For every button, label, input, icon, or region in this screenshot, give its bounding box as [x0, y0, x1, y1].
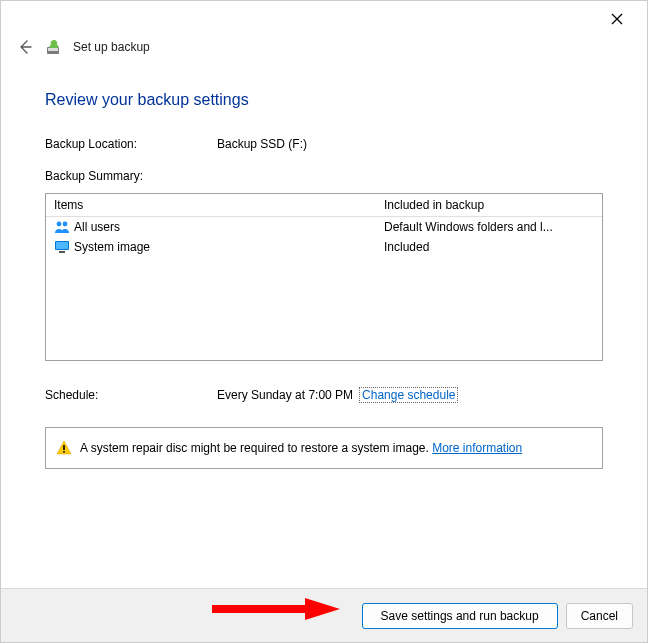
row-item-label: All users — [74, 220, 120, 234]
svg-point-5 — [63, 222, 68, 227]
row-included-value: Included — [384, 240, 594, 254]
titlebar — [1, 1, 647, 37]
column-items: Items — [54, 198, 384, 212]
page-heading: Review your backup settings — [45, 91, 603, 109]
svg-rect-7 — [56, 242, 68, 249]
schedule-value: Every Sunday at 7:00 PM — [217, 388, 353, 402]
change-schedule-link[interactable]: Change schedule — [359, 387, 458, 403]
table-header: Items Included in backup — [46, 194, 602, 217]
column-included: Included in backup — [384, 198, 594, 212]
more-information-link[interactable]: More information — [432, 441, 522, 455]
warning-icon — [56, 440, 72, 456]
monitor-icon — [54, 239, 70, 255]
svg-point-4 — [57, 222, 62, 227]
backup-wizard-icon — [45, 38, 63, 56]
svg-rect-9 — [63, 445, 65, 450]
row-included-value: Default Windows folders and l... — [384, 220, 594, 234]
cancel-button[interactable]: Cancel — [566, 603, 633, 629]
notice-box: A system repair disc might be required t… — [45, 427, 603, 469]
notice-text: A system repair disc might be required t… — [80, 441, 522, 455]
backup-location-row: Backup Location: Backup SSD (F:) — [45, 137, 603, 151]
table-row[interactable]: System image Included — [46, 237, 602, 257]
back-button[interactable] — [15, 37, 35, 57]
window-title: Set up backup — [73, 40, 150, 54]
backup-location-value: Backup SSD (F:) — [217, 137, 603, 151]
close-icon — [611, 13, 623, 25]
svg-rect-8 — [59, 251, 65, 253]
footer: Save settings and run backup Cancel — [1, 588, 647, 642]
users-icon — [54, 219, 70, 235]
summary-table: Items Included in backup All users — [45, 193, 603, 361]
setup-backup-window: Set up backup Review your backup setting… — [0, 0, 648, 643]
svg-rect-10 — [63, 451, 65, 453]
header-row: Set up backup — [1, 37, 647, 67]
save-and-run-button[interactable]: Save settings and run backup — [362, 603, 558, 629]
table-row[interactable]: All users Default Windows folders and l.… — [46, 217, 602, 237]
back-arrow-icon — [17, 39, 33, 55]
schedule-label: Schedule: — [45, 388, 217, 402]
backup-location-label: Backup Location: — [45, 137, 217, 151]
backup-summary-label: Backup Summary: — [45, 169, 603, 183]
row-item-label: System image — [74, 240, 150, 254]
content-area: Review your backup settings Backup Locat… — [1, 67, 647, 588]
schedule-row: Schedule: Every Sunday at 7:00 PM Change… — [45, 387, 603, 403]
close-button[interactable] — [597, 5, 637, 33]
svg-rect-3 — [48, 48, 58, 51]
